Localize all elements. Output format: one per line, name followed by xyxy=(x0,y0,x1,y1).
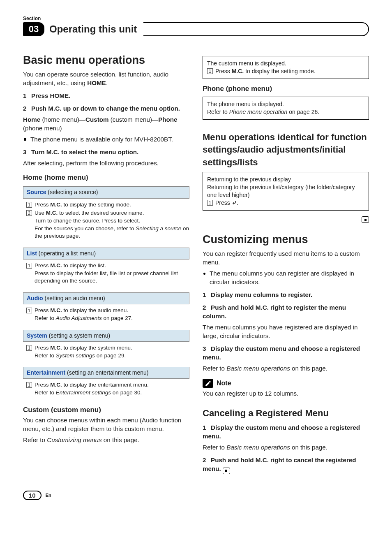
t: (selecting a source) xyxy=(46,189,98,195)
t: on this page. xyxy=(290,444,327,451)
t: Refer to xyxy=(35,352,56,359)
t: System settings xyxy=(56,352,95,359)
t: M.C. xyxy=(50,262,62,269)
t: on this page. xyxy=(290,365,327,372)
return-arrow-icon: ⤶ xyxy=(232,199,237,206)
source-header: Source (selecting a source) xyxy=(23,186,189,198)
t: The custom menu is displayed. xyxy=(207,60,364,67)
cust-intro: You can register frequently used menu it… xyxy=(203,250,369,267)
return-box: Returning to the previous display Return… xyxy=(203,172,369,211)
t: Press xyxy=(215,199,232,206)
left-column: Basic menu operations You can operate so… xyxy=(23,53,189,477)
t: to display the setting mode. xyxy=(62,202,131,208)
section-end-icon xyxy=(223,468,230,474)
section-end-icon xyxy=(203,214,369,223)
t: Source xyxy=(27,189,46,195)
t: M.C. xyxy=(50,202,62,208)
t: For the sources you can choose, refer to xyxy=(35,225,136,232)
t: to select the desired source name. xyxy=(58,210,144,216)
entertainment-header: Entertainment (setting an entertainment … xyxy=(23,367,189,379)
box-number-icon: 1 xyxy=(26,345,32,351)
t: Use xyxy=(35,210,46,216)
t: Refer to xyxy=(23,436,47,443)
t: Phone xyxy=(158,116,177,123)
heading-basic-menu: Basic menu operations xyxy=(23,53,189,68)
source-steps: 1Press M.C. to display the setting mode.… xyxy=(23,199,189,243)
note-label: Note xyxy=(217,379,231,388)
custom-text: You can choose menus within each menu (A… xyxy=(23,416,189,433)
t: M.C. xyxy=(50,382,62,388)
t: List xyxy=(27,250,37,257)
t: Audio xyxy=(27,295,43,301)
chapter-number-badge: 03 xyxy=(23,22,44,36)
step-1: 1Press HOME. xyxy=(23,92,189,100)
t: to display the list. xyxy=(62,262,106,269)
square-bullet-icon xyxy=(24,138,26,141)
t: to display the audio menu. xyxy=(62,307,128,313)
page-footer: 10 En xyxy=(23,491,369,500)
t: on page 30. xyxy=(111,389,142,396)
note-text: You can register up to 12 columns. xyxy=(203,389,369,398)
box-number-icon: 1 xyxy=(207,68,213,74)
step-num: 1 xyxy=(203,424,211,432)
t: The phone menu is available only for MVH… xyxy=(30,135,173,144)
t: (setting an entertainment menu) xyxy=(65,369,148,376)
t: Home xyxy=(23,116,40,123)
step-3: 3Turn M.C. to select the menu option. xyxy=(23,148,189,157)
right-column: The custom menu is displayed. 1Press M.C… xyxy=(203,53,369,477)
t: The menu columns you can register are di… xyxy=(210,269,369,287)
subhead-phone: Phone (phone menu) xyxy=(203,84,369,93)
note-header: Note xyxy=(203,379,369,388)
system-header: System (setting a system menu) xyxy=(23,330,189,342)
round-bullet-icon xyxy=(203,273,205,275)
t: (setting a system menu) xyxy=(47,332,110,339)
step-num: 2 xyxy=(23,104,31,113)
t: (home menu)— xyxy=(40,116,85,123)
t: Press xyxy=(35,382,50,388)
t: Refer to xyxy=(207,109,229,115)
custom-refer: Refer to Customizing menus on this page. xyxy=(23,436,189,445)
step-text: Display menu columns to register. xyxy=(211,291,312,298)
page-number: 10 xyxy=(23,491,42,500)
t: on page 29. xyxy=(95,352,126,359)
phone-menu-box: The phone menu is displayed. Refer to Ph… xyxy=(203,97,369,120)
t: on page 27. xyxy=(102,315,133,321)
system-steps: 1 Press M.C. to display the system menu.… xyxy=(23,342,189,363)
box-number-icon: 1 xyxy=(207,200,213,206)
can-step-2: 2Push and hold M.C. right to cancel the … xyxy=(203,456,369,474)
t: HOME xyxy=(87,79,106,86)
step-text: Push M.C. up or down to change the menu … xyxy=(31,105,180,112)
box-number-icon: 1 xyxy=(26,308,32,313)
step-2: 2Push M.C. up or down to change the menu… xyxy=(23,104,189,113)
step-text: Display the custom menu and choose a reg… xyxy=(203,424,360,440)
t: Entertainment settings xyxy=(56,389,111,396)
t: Returning to the previous list/category … xyxy=(207,183,364,199)
step-num: 2 xyxy=(203,303,211,312)
step-num: 2 xyxy=(203,456,211,465)
can-step-1-refer: Refer to Basic menu operations on this p… xyxy=(203,443,369,452)
heading-customizing: Customizing menus xyxy=(203,232,369,247)
t: to display the system menu. xyxy=(62,345,132,351)
pencil-note-icon xyxy=(203,379,213,388)
t: Basic menu operations xyxy=(226,365,290,372)
t: Press xyxy=(35,262,50,269)
cstep-1: 1Display menu columns to register. xyxy=(203,291,369,299)
t: Returning to the previous display xyxy=(207,176,364,183)
can-step-1: 1Display the custom menu and choose a re… xyxy=(203,424,369,441)
entertainment-steps: 1 Press M.C. to display the entertainmen… xyxy=(23,379,189,400)
t: Selecting a source xyxy=(136,225,181,232)
t: Refer to xyxy=(35,389,56,396)
note-bullet: The phone menu is available only for MVH… xyxy=(23,135,189,144)
t: (setting an audio menu) xyxy=(43,295,105,301)
step-num: 3 xyxy=(23,148,31,157)
cstep-2: 2Push and hold M.C. right to register th… xyxy=(203,303,369,321)
t: The phone menu is displayed. xyxy=(207,100,364,108)
t: M.C. xyxy=(232,68,244,74)
intro-text: You can operate source selection, list f… xyxy=(23,70,189,88)
t: on this page. xyxy=(102,436,139,443)
t: Press xyxy=(35,202,50,208)
box-number-icon: 1 xyxy=(26,382,32,388)
menu-chain: Home (home menu)—Custom (custom menu)—Ph… xyxy=(23,116,189,133)
t: Customizing menus xyxy=(47,436,101,443)
t: (phone menu) xyxy=(23,125,62,132)
